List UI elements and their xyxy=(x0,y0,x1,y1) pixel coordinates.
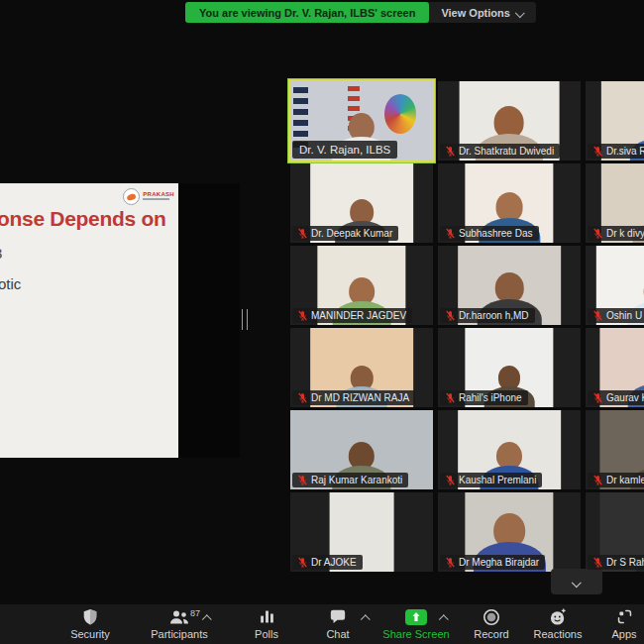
chevron-down-icon xyxy=(571,578,581,588)
toolbar-item-label: Share Screen xyxy=(382,628,449,640)
participant-tile[interactable]: Dr kamlesh xyxy=(586,410,644,489)
polls-icon xyxy=(259,607,275,626)
apps-icon xyxy=(616,607,633,626)
participant-tile[interactable]: Gaurav Ka xyxy=(586,328,644,407)
participant-name-label: Dr. Shatkratu Dwivedi xyxy=(440,144,560,159)
participant-tile[interactable]: Dr.siva Ram xyxy=(586,81,644,161)
view-options-button[interactable]: View Options xyxy=(429,2,535,23)
muted-mic-icon xyxy=(298,557,307,568)
prakash-logo: PRAKASH xyxy=(123,188,174,205)
participant-tile[interactable]: Dr. Deepak Kumar xyxy=(290,163,433,243)
slide-title: onse Depends on xyxy=(0,207,166,231)
logo-subtext-line xyxy=(143,198,169,200)
panel-resize-handle[interactable] xyxy=(242,309,248,330)
reactions-icon xyxy=(549,607,568,626)
participant-name-label: Kaushal Premlani xyxy=(440,473,542,487)
slide-bullet-fragment-2: otic xyxy=(0,275,21,292)
shield-icon xyxy=(81,607,99,626)
participant-name-label: Dr k divya xyxy=(588,226,644,241)
participant-tile[interactable]: Dr. Shatkratu Dwivedi xyxy=(438,81,581,161)
view-options-label: View Options xyxy=(441,7,509,19)
participants-icon xyxy=(169,607,189,626)
participant-name-label: Subhashree Das xyxy=(440,226,539,241)
toolbar-item-label: Record xyxy=(474,628,508,640)
participant-name-label: Dr. V. Rajan, ILBS xyxy=(292,141,397,159)
participant-name: MANINDER JAGDEV xyxy=(311,310,406,321)
participant-name: Dr. V. Rajan, ILBS xyxy=(299,144,390,156)
participant-tile[interactable]: Oshin U xyxy=(586,246,644,325)
chevron-down-icon xyxy=(515,8,525,18)
participant-name-label: Gaurav Ka xyxy=(588,390,644,405)
muted-mic-icon xyxy=(593,475,602,485)
participant-tile[interactable]: Dr k divya xyxy=(586,163,644,243)
participant-tile[interactable]: Dr S Rahul xyxy=(586,492,644,572)
presentation-slide: PRAKASH onse Depends on 3 otic xyxy=(0,183,178,458)
chat-icon xyxy=(329,607,347,626)
participant-tile[interactable]: Dr AJOKE xyxy=(290,492,433,572)
participant-name: Raj Kumar Karankoti xyxy=(311,475,402,485)
participant-name: Oshin U xyxy=(606,310,642,321)
participant-tile[interactable]: Raj Kumar Karankoti xyxy=(290,410,433,489)
participant-tile[interactable]: Dr MD RIZWAN RAJA xyxy=(290,328,433,407)
gallery-scroll-down-button[interactable] xyxy=(551,569,602,594)
muted-mic-icon xyxy=(446,310,455,321)
participant-name: Dr Megha Birajdar xyxy=(459,557,539,568)
participant-name-label: Dr.haroon h,MD xyxy=(440,308,535,323)
muted-mic-icon xyxy=(298,310,307,321)
share-screen-icon xyxy=(405,609,427,625)
zoom-meeting-window: You are viewing Dr. V. Rajan, ILBS' scre… xyxy=(0,0,644,644)
participant-name: Dr kamlesh xyxy=(606,475,644,485)
participant-name-label: Rahil's iPhone xyxy=(440,390,528,405)
muted-mic-icon xyxy=(593,146,602,157)
muted-mic-icon xyxy=(298,228,307,239)
muted-mic-icon xyxy=(446,392,455,403)
participant-name-label: Dr Megha Birajdar xyxy=(440,555,545,570)
toolbar-apps-button[interactable]: Apps xyxy=(580,607,644,640)
muted-mic-icon xyxy=(593,228,602,239)
participant-name-label: Oshin U xyxy=(588,308,644,323)
toolbar-item-label: Polls xyxy=(255,628,278,640)
participant-name-label: MANINDER JAGDEV xyxy=(292,308,412,323)
participant-name-label: Dr kamlesh xyxy=(588,473,644,487)
logo-text: PRAKASH xyxy=(143,191,174,197)
toolbar-participants-button[interactable]: 87Participants xyxy=(135,607,224,640)
participant-tile[interactable]: Rahil's iPhone xyxy=(438,328,581,407)
participant-tile[interactable]: Dr.haroon h,MD xyxy=(438,246,581,325)
muted-mic-icon xyxy=(446,557,455,568)
screen-share-banner: You are viewing Dr. V. Rajan, ILBS' scre… xyxy=(185,2,536,23)
participant-name-label: Dr MD RIZWAN RAJA xyxy=(292,390,415,405)
toolbar-item-label: Apps xyxy=(611,628,636,640)
toolbar-item-label: Participants xyxy=(151,628,207,640)
participant-name: Dr.haroon h,MD xyxy=(459,310,529,321)
participant-tile[interactable]: Kaushal Premlani xyxy=(438,410,581,489)
participant-tile[interactable]: Subhashree Das xyxy=(438,163,581,243)
participant-tile[interactable]: MANINDER JAGDEV xyxy=(290,246,433,325)
toolbar-item-label: Security xyxy=(70,628,110,640)
muted-mic-icon xyxy=(298,392,307,403)
meeting-toolbar: Security87ParticipantsPollsChatShare Scr… xyxy=(0,604,644,644)
participant-name: Subhashree Das xyxy=(459,228,533,239)
participant-name: Dr k divya xyxy=(606,228,644,239)
toolbar-item-label: Reactions xyxy=(534,628,583,640)
toolbar-security-button[interactable]: Security xyxy=(46,607,135,640)
participant-name-label: Raj Kumar Karankoti xyxy=(292,473,408,487)
toolbar-item-label: Chat xyxy=(326,628,349,640)
viewing-status-text: You are viewing Dr. V. Rajan, ILBS' scre… xyxy=(199,7,415,19)
muted-mic-icon xyxy=(446,475,455,485)
toolbar-chat-button[interactable]: Chat xyxy=(293,607,382,640)
viewing-status-pill: You are viewing Dr. V. Rajan, ILBS' scre… xyxy=(185,2,429,23)
shared-screen-area[interactable]: PRAKASH onse Depends on 3 otic xyxy=(0,183,240,458)
muted-mic-icon xyxy=(446,228,455,239)
chevron-up-icon[interactable] xyxy=(202,614,212,624)
participant-count-badge: 87 xyxy=(190,608,200,618)
muted-mic-icon xyxy=(593,310,602,321)
participant-name: Dr MD RIZWAN RAJA xyxy=(311,392,409,403)
participant-name-label: Dr AJOKE xyxy=(292,555,363,570)
participant-name-label: Dr.siva Ram xyxy=(588,144,644,159)
participant-tile[interactable]: Dr. V. Rajan, ILBS xyxy=(288,79,435,162)
slide-bullet-fragment-1: 3 xyxy=(0,245,2,262)
participant-name: Dr S Rahul xyxy=(606,557,644,568)
chevron-up-icon[interactable] xyxy=(361,614,371,624)
participant-name: Rahil's iPhone xyxy=(459,392,522,403)
participant-tile[interactable]: Dr Megha Birajdar xyxy=(438,492,581,572)
